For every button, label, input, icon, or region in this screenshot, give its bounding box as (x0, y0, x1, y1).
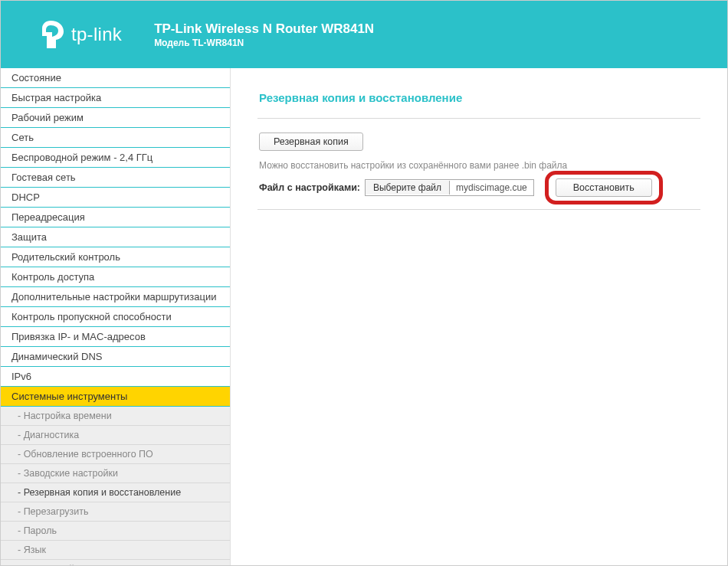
restore-hint: Можно восстановить настройки из сохранён… (259, 160, 699, 171)
sidebar-subitem[interactable]: - Настройка времени (1, 407, 230, 426)
sidebar-item[interactable]: Контроль доступа (1, 267, 230, 287)
sidebar-item[interactable]: Состояние (1, 68, 230, 88)
sidebar-subitem[interactable]: - Диагностика (1, 426, 230, 445)
sidebar-item[interactable]: Сеть (1, 128, 230, 148)
file-label: Файл с настройками: (259, 182, 360, 193)
sidebar-item[interactable]: IPv6 (1, 367, 230, 387)
sidebar-item[interactable]: Системные инструменты (1, 387, 230, 407)
sidebar-subitem[interactable]: - Перезагрузить (1, 502, 230, 522)
sidebar-subitem[interactable]: - Пароль (1, 522, 230, 541)
sidebar-submenu: - Настройка времени- Диагностика- Обновл… (1, 407, 230, 565)
header-titles: TP-Link Wireless N Router WR841N Модель … (154, 21, 374, 48)
sidebar-item[interactable]: Дополнительные настройки маршрутизации (1, 287, 230, 307)
brand-logo: tp-link (39, 19, 122, 50)
sidebar-item[interactable]: Быстрая настройка (1, 88, 230, 108)
sidebar-subitem[interactable]: - Обновление встроенного ПО (1, 445, 230, 464)
sidebar-item[interactable]: Рабочий режим (1, 108, 230, 128)
selected-filename: mydiscimage.cue (450, 181, 533, 195)
tplink-logo-icon (39, 19, 67, 50)
sidebar-item[interactable]: Беспроводной режим - 2,4 ГГц (1, 148, 230, 168)
page-title: Резервная копия и восстановление (257, 87, 700, 119)
header-subtitle: Модель TL-WR841N (154, 38, 374, 48)
brand-name: tp-link (71, 24, 122, 45)
sidebar-item[interactable]: DHCP (1, 188, 230, 208)
sidebar-item[interactable]: Родительский контроль (1, 247, 230, 267)
sidebar-subitem[interactable]: - Заводские настройки (1, 464, 230, 483)
file-row: Файл с настройками: Выберите файл mydisc… (259, 178, 699, 197)
sidebar-item[interactable]: Контроль пропускной способности (1, 307, 230, 327)
choose-file-button[interactable]: Выберите файл (366, 181, 450, 195)
sidebar-subitem[interactable]: - Язык (1, 541, 230, 560)
restore-button[interactable]: Восстановить (556, 178, 652, 197)
sidebar-item[interactable]: Привязка IP- и MAC-адресов (1, 327, 230, 347)
backup-button[interactable]: Резервная копия (259, 133, 363, 151)
sidebar-item[interactable]: Защита (1, 227, 230, 247)
header: tp-link TP-Link Wireless N Router WR841N… (1, 1, 727, 68)
backup-restore-section: Резервная копия Можно восстановить настр… (257, 119, 700, 210)
sidebar-subitem[interactable]: - Резервная копия и восстановление (1, 483, 230, 502)
sidebar-item[interactable]: Гостевая сеть (1, 168, 230, 188)
sidebar-item[interactable]: Динамический DNS (1, 347, 230, 367)
content: Резервная копия и восстановление Резервн… (231, 68, 727, 565)
sidebar-subitem[interactable]: - Системный журнал (1, 560, 230, 565)
header-title: TP-Link Wireless N Router WR841N (154, 21, 374, 37)
file-picker[interactable]: Выберите файл mydiscimage.cue (365, 179, 534, 196)
sidebar: СостояниеБыстрая настройкаРабочий режимС… (1, 68, 231, 565)
sidebar-item[interactable]: Переадресация (1, 208, 230, 227)
